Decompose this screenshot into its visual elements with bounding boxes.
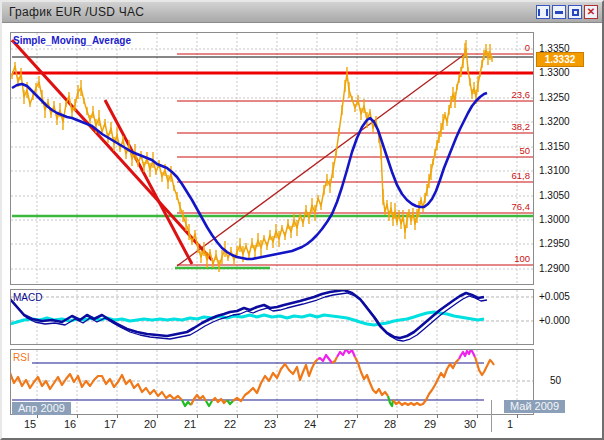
day-label: 30 — [457, 418, 483, 430]
window-title: График EUR /USD ЧАС — [2, 5, 144, 19]
axis-tick — [237, 414, 238, 418]
day-label: 21 — [177, 418, 203, 430]
fib-label: 50 — [519, 145, 530, 156]
rsi-segment — [475, 357, 494, 375]
price-label: 1.3250 — [539, 92, 570, 103]
axis-tick — [117, 414, 118, 418]
month-label-april: Апр 2009 — [12, 402, 71, 415]
sma-indicator-label: Simple_Moving_Average — [13, 35, 131, 46]
macd-indicator-label: MACD — [13, 292, 42, 303]
day-label: 24 — [297, 418, 323, 430]
macd-panel[interactable] — [10, 289, 534, 345]
day-label: 15 — [17, 418, 43, 430]
fib-label: 0 — [525, 42, 530, 53]
fib-label: 38,2 — [512, 121, 531, 132]
macd-canvas[interactable] — [11, 290, 533, 344]
axis-tick — [517, 414, 518, 418]
fib-label: 100 — [514, 253, 530, 264]
axis-tick — [437, 414, 438, 418]
axis-tick — [397, 414, 398, 418]
day-label: 1 — [497, 418, 523, 430]
minimize-icon — [555, 11, 563, 14]
price-label: 1.2950 — [539, 238, 570, 249]
axis-tick — [277, 414, 278, 418]
current-price-badge: 1.3332 — [536, 52, 584, 67]
fib-label: 76,4 — [512, 201, 531, 212]
axis-tick — [477, 414, 478, 418]
rsi-canvas[interactable] — [11, 350, 533, 414]
axis-tick — [197, 414, 198, 418]
price-chart-panel[interactable]: 023,638,25061,876,4100 — [10, 32, 534, 285]
day-label: 29 — [417, 418, 443, 430]
close-icon: ✕ — [587, 7, 595, 17]
price-label: 1.3100 — [539, 165, 570, 176]
rsi-segment — [182, 400, 191, 406]
rsi-segment — [332, 357, 337, 363]
rsi-segment — [318, 355, 332, 363]
rsi-panel[interactable] — [10, 349, 534, 415]
maximize-button[interactable] — [568, 5, 582, 19]
close-button[interactable]: ✕ — [584, 5, 598, 19]
minimize-button[interactable] — [552, 5, 566, 19]
chart-window: График EUR /USD ЧАС ✕ 023,638,25061,876,… — [0, 0, 604, 440]
fib-label: 23,6 — [512, 89, 531, 100]
rsi-50-label: 50 — [550, 375, 561, 386]
rsi-segment — [388, 396, 393, 406]
day-label: 23 — [257, 418, 283, 430]
pause-button[interactable] — [536, 5, 550, 19]
day-label: 16 — [57, 418, 83, 430]
maximize-icon — [572, 9, 579, 16]
price-chart-canvas[interactable]: 023,638,25061,876,4100 — [11, 33, 533, 284]
day-label: 27 — [337, 418, 363, 430]
titlebar[interactable]: График EUR /USD ЧАС ✕ — [2, 2, 602, 23]
day-label: 17 — [97, 418, 123, 430]
pause-icon — [538, 9, 548, 16]
macd-value-label: +0.000 — [539, 315, 570, 326]
month-label-may: Май 2009 — [504, 400, 565, 413]
rsi-indicator-label: RSI — [13, 352, 30, 363]
window-controls: ✕ — [536, 5, 598, 19]
day-label: 20 — [137, 418, 163, 430]
price-label: 1.3350 — [539, 43, 570, 54]
price-label: 1.2900 — [539, 263, 570, 274]
price-label: 1.3000 — [539, 214, 570, 225]
rsi-segment — [393, 359, 459, 405]
axis-tick — [317, 414, 318, 418]
rsi-segment — [337, 350, 355, 357]
fib-label: 61,8 — [512, 170, 531, 181]
rsi-segment — [233, 359, 318, 401]
price-label: 1.3200 — [539, 116, 570, 127]
uptrend-thin — [177, 54, 465, 266]
axis-tick — [157, 414, 158, 418]
axis-tick — [77, 414, 78, 418]
month-separator-line — [491, 400, 492, 432]
price-label: 1.3150 — [539, 141, 570, 152]
day-label: 22 — [217, 418, 243, 430]
rsi-segment — [459, 350, 475, 359]
rsi-segment — [206, 401, 212, 406]
day-label: 28 — [377, 418, 403, 430]
axis-tick — [357, 414, 358, 418]
price-label: 1.3050 — [539, 190, 570, 201]
macd-value-label: +0.005 — [539, 291, 570, 302]
price-label: 1.3300 — [539, 67, 570, 78]
